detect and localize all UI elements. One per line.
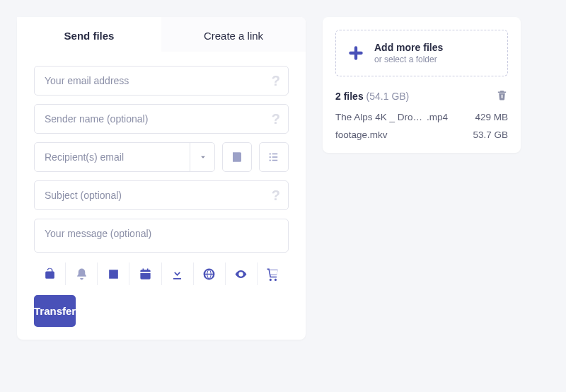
tab-send-files[interactable]: Send files (17, 17, 161, 52)
files-summary: 2 files (54.1 GB) (335, 89, 508, 103)
svg-rect-1 (272, 154, 278, 155)
calendar-icon (139, 267, 152, 281)
svg-point-0 (270, 153, 271, 154)
message-field[interactable] (34, 219, 289, 253)
bell-icon (75, 267, 88, 281)
shop-button[interactable] (258, 263, 289, 285)
files-count: 2 files (335, 91, 364, 102)
subject-field[interactable] (34, 180, 289, 210)
plus-icon (346, 43, 366, 63)
globe-icon (202, 267, 216, 281)
customize-button[interactable] (98, 263, 129, 285)
help-icon[interactable]: ? (272, 73, 280, 89)
recipients-dropdown-toggle[interactable] (190, 142, 215, 172)
dropzone-subtitle[interactable]: or select a folder (374, 54, 443, 64)
tab-create-link[interactable]: Create a link (161, 17, 306, 52)
image-icon (107, 267, 120, 281)
trash-icon (496, 89, 508, 101)
transfer-button[interactable]: Transfer (34, 295, 76, 327)
email-field[interactable] (34, 66, 289, 96)
preview-button[interactable] (226, 263, 258, 285)
svg-rect-5 (272, 160, 278, 161)
form: ? ? ? (17, 52, 306, 253)
help-icon[interactable]: ? (272, 111, 280, 127)
unlock-icon (43, 267, 57, 281)
address-book-icon (231, 151, 243, 163)
cart-icon (266, 267, 279, 281)
language-button[interactable] (194, 263, 226, 285)
notify-button[interactable] (66, 263, 98, 285)
file-basename: The Alps 4K _ Dro… (335, 112, 422, 122)
dropzone-title: Add more files (374, 42, 443, 53)
list-icon (267, 151, 280, 163)
download-options-button[interactable] (162, 263, 194, 285)
chevron-down-icon (198, 152, 208, 162)
file-item[interactable]: footage.mkv 53.7 GB (335, 129, 508, 140)
file-item[interactable]: The Alps 4K _ Dro… .mp4 429 MB (335, 112, 508, 122)
eye-icon (234, 267, 248, 281)
options-toolbar (17, 253, 306, 285)
list-view-button[interactable] (259, 142, 289, 172)
files-panel: Add more files or select a folder 2 file… (323, 17, 521, 153)
svg-rect-3 (272, 156, 278, 158)
add-files-dropzone[interactable]: Add more files or select a folder (335, 30, 508, 76)
recipients-field[interactable] (34, 142, 215, 172)
files-total-size: (54.1 GB) (366, 91, 410, 102)
address-book-button[interactable] (222, 142, 252, 172)
sender-name-field[interactable] (34, 104, 289, 134)
send-panel: Send files Create a link ? ? (17, 17, 306, 340)
tabs: Send files Create a link (17, 17, 306, 52)
password-button[interactable] (34, 263, 66, 285)
schedule-button[interactable] (129, 263, 161, 285)
svg-point-4 (270, 159, 271, 161)
clear-all-button[interactable] (496, 89, 508, 103)
svg-point-2 (270, 156, 271, 158)
download-icon (171, 267, 184, 281)
file-basename: footage.mkv (335, 129, 388, 140)
file-ext: .mp4 (427, 112, 448, 122)
file-size: 53.7 GB (473, 129, 508, 140)
help-icon[interactable]: ? (272, 188, 280, 204)
file-size: 429 MB (475, 112, 508, 122)
svg-rect-7 (349, 52, 363, 54)
file-list: The Alps 4K _ Dro… .mp4 429 MB footage.m… (335, 112, 508, 140)
